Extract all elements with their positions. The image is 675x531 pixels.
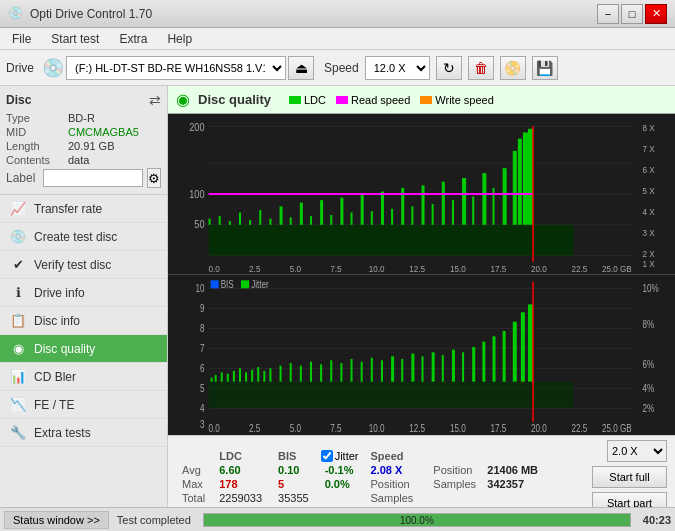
svg-text:Jitter: Jitter xyxy=(251,278,269,290)
cd-bler-icon: 📊 xyxy=(10,369,26,384)
sidebar-item-disc-quality[interactable]: ◉ Disc quality xyxy=(0,335,167,363)
sidebar-item-label: Extra tests xyxy=(34,426,91,440)
svg-rect-94 xyxy=(233,371,235,382)
speed-control-select[interactable]: 2.0 X 4.0 X 8.0 X xyxy=(607,440,667,462)
svg-rect-121 xyxy=(482,342,485,382)
svg-rect-107 xyxy=(340,363,342,382)
svg-rect-113 xyxy=(401,359,403,382)
read-speed-legend-color xyxy=(336,96,348,104)
status-window-button[interactable]: Status window >> xyxy=(4,511,109,529)
svg-text:12.5: 12.5 xyxy=(409,263,425,274)
sidebar-item-cd-bler[interactable]: 📊 CD Bler xyxy=(0,363,167,391)
jitter-checkbox-label[interactable]: Jitter xyxy=(321,450,359,462)
svg-text:10.0: 10.0 xyxy=(369,422,385,434)
start-part-button[interactable]: Start part xyxy=(592,492,667,507)
svg-rect-59 xyxy=(432,204,434,225)
speed-stat-header: Speed xyxy=(363,449,422,463)
app-title: Opti Drive Control 1.70 xyxy=(30,7,152,21)
svg-rect-53 xyxy=(310,216,312,225)
minimize-button[interactable]: − xyxy=(597,4,619,24)
svg-rect-34 xyxy=(300,203,303,225)
progress-bar-container: 100.0% xyxy=(203,513,631,527)
max-row-label: Max xyxy=(176,477,211,491)
sidebar-item-create-test-disc[interactable]: 💿 Create test disc xyxy=(0,223,167,251)
stats-panel: LDC BIS Jitter Speed Avg 6.60 0.10 -0.1% xyxy=(168,435,675,507)
svg-text:8: 8 xyxy=(200,322,205,334)
disc-quality-header-icon: ◉ xyxy=(176,90,190,109)
drive-select[interactable]: (F:) HL-DT-ST BD-RE WH16NS58 1.V1 xyxy=(66,56,286,80)
svg-rect-45 xyxy=(513,151,517,225)
close-button[interactable]: ✕ xyxy=(645,4,667,24)
menu-extra[interactable]: Extra xyxy=(111,30,155,48)
disc-quality-title: Disc quality xyxy=(198,92,271,107)
svg-rect-117 xyxy=(442,355,444,382)
samples-value: 342357 xyxy=(487,478,524,490)
svg-rect-52 xyxy=(290,217,292,224)
svg-text:25.0 GB: 25.0 GB xyxy=(602,263,632,274)
write-speed-legend-label: Write speed xyxy=(435,94,494,106)
svg-rect-40 xyxy=(422,185,425,224)
burn-button[interactable]: 📀 xyxy=(500,56,526,80)
app-icon: 💿 xyxy=(8,6,24,22)
sidebar-item-label: Verify test disc xyxy=(34,258,111,272)
save-button[interactable]: 💾 xyxy=(532,56,558,80)
svg-rect-125 xyxy=(521,312,525,381)
svg-rect-119 xyxy=(462,352,464,381)
sidebar-item-extra-tests[interactable]: 🔧 Extra tests xyxy=(0,419,167,447)
sidebar-item-transfer-rate[interactable]: 📈 Transfer rate xyxy=(0,195,167,223)
svg-text:25.0 GB: 25.0 GB xyxy=(602,422,632,434)
svg-rect-112 xyxy=(391,356,394,381)
svg-rect-102 xyxy=(290,363,292,382)
svg-rect-54 xyxy=(330,215,332,225)
maximize-button[interactable]: □ xyxy=(621,4,643,24)
mid-value: CMCMAGBA5 xyxy=(68,126,139,138)
sidebar-item-disc-info[interactable]: 📋 Disc info xyxy=(0,307,167,335)
svg-rect-55 xyxy=(351,212,353,224)
start-full-button[interactable]: Start full xyxy=(592,466,667,488)
svg-text:200: 200 xyxy=(189,121,205,133)
eject-button[interactable]: ⏏ xyxy=(288,56,314,80)
svg-rect-120 xyxy=(472,347,475,382)
max-ldc: 178 xyxy=(211,477,270,491)
svg-rect-37 xyxy=(361,194,364,225)
total-bis: 35355 xyxy=(270,491,317,505)
menu-file[interactable]: File xyxy=(4,30,39,48)
sidebar-item-drive-info[interactable]: ℹ Drive info xyxy=(0,279,167,307)
disc-panel-title: Disc xyxy=(6,93,31,107)
svg-text:6: 6 xyxy=(200,362,205,374)
menu-start-test[interactable]: Start test xyxy=(43,30,107,48)
speed-select[interactable]: 12.0 X 8.0 X 4.0 X xyxy=(365,56,430,80)
avg-ldc: 6.60 xyxy=(211,463,270,477)
svg-text:2.5: 2.5 xyxy=(249,263,260,274)
svg-text:3: 3 xyxy=(200,418,205,430)
read-speed-legend-label: Read speed xyxy=(351,94,410,106)
sidebar-item-label: FE / TE xyxy=(34,398,74,412)
svg-rect-123 xyxy=(503,331,506,382)
toolbar: Drive 💿 (F:) HL-DT-ST BD-RE WH16NS58 1.V… xyxy=(0,50,675,86)
erase-button[interactable]: 🗑 xyxy=(468,56,494,80)
refresh-button[interactable]: ↻ xyxy=(436,56,462,80)
svg-text:5.0: 5.0 xyxy=(290,263,301,274)
svg-text:4: 4 xyxy=(200,402,205,414)
svg-rect-87 xyxy=(241,280,249,288)
label-settings-button[interactable]: ⚙ xyxy=(147,168,161,188)
svg-rect-106 xyxy=(330,360,332,381)
avg-bis: 0.10 xyxy=(270,463,317,477)
contents-value: data xyxy=(68,154,89,166)
label-input[interactable] xyxy=(43,169,143,187)
svg-rect-89 xyxy=(209,382,574,409)
disc-nav-arrows[interactable]: ⇄ xyxy=(149,92,161,108)
svg-text:17.5: 17.5 xyxy=(490,263,506,274)
sidebar-item-fe-te[interactable]: 📉 FE / TE xyxy=(0,391,167,419)
sidebar-item-label: CD Bler xyxy=(34,370,76,384)
svg-text:10%: 10% xyxy=(643,282,660,294)
sidebar-menu: 📈 Transfer rate 💿 Create test disc ✔ Ver… xyxy=(0,195,167,507)
jitter-checkbox[interactable] xyxy=(321,450,333,462)
svg-text:7.5: 7.5 xyxy=(330,263,341,274)
svg-rect-29 xyxy=(209,219,211,225)
svg-text:10: 10 xyxy=(195,282,204,294)
menu-help[interactable]: Help xyxy=(159,30,200,48)
sidebar-item-verify-test-disc[interactable]: ✔ Verify test disc xyxy=(0,251,167,279)
svg-text:20.0: 20.0 xyxy=(531,263,547,274)
content-area: ◉ Disc quality LDC Read speed Write spee… xyxy=(168,86,675,507)
